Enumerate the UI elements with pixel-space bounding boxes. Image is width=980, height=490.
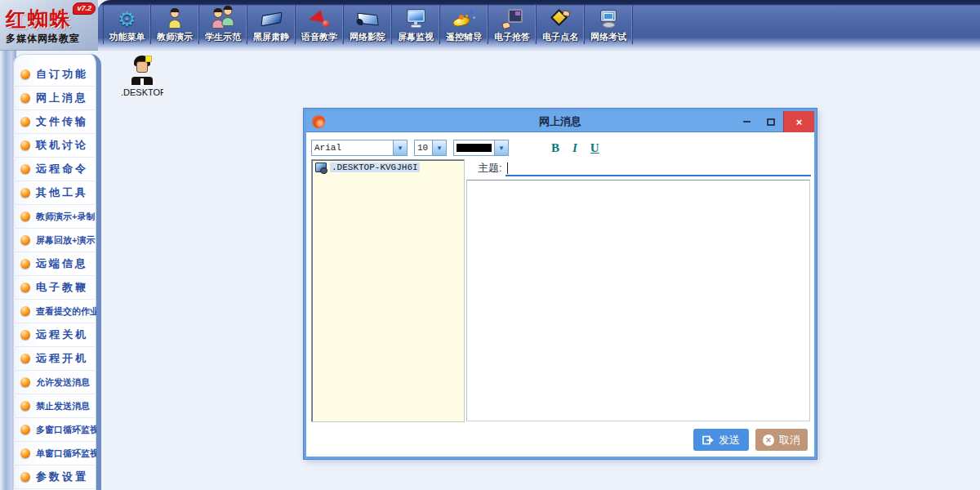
bullet-icon [20, 354, 30, 363]
bullet-icon [20, 401, 30, 411]
sidebar-item-parameter-settings[interactable]: 参数设置 [13, 466, 96, 489]
toolbar-button-remote-tutoring[interactable]: 遥控辅导 [440, 5, 488, 44]
dialog-titlebar[interactable]: 网上消息 × [306, 111, 814, 132]
subject-input[interactable] [506, 161, 811, 176]
maximize-icon [767, 118, 775, 126]
desktop-client-label: .DESKTOP [121, 87, 163, 97]
sidebar-item-remote-shutdown[interactable]: 远程关机 [13, 323, 96, 347]
app-logo: 红蜘蛛 v7.2 多媒体网络教室 [0, 0, 98, 51]
toolbar-button-quiz-buzzer[interactable]: 电子抢答 [488, 5, 537, 44]
quiz-buzzer-icon [498, 7, 526, 31]
sidebar-panel: 自订功能 网上消息 文件传输 联机讨论 远程命令 其他工具 教师演示+录制 屏幕… [13, 54, 101, 490]
sidebar-item-online-discussion[interactable]: 联机讨论 [13, 134, 96, 158]
toolbar-button-label: 电子点名 [542, 31, 578, 43]
font-family-select[interactable]: Arial ▼ [311, 140, 408, 156]
desktop-client-icon[interactable]: .DESKTOP [121, 56, 163, 97]
bullet-icon [20, 259, 30, 269]
bullet-icon [20, 472, 30, 482]
subject-label: 主题: [478, 161, 502, 176]
sidebar: 自订功能 网上消息 文件传输 联机讨论 远程命令 其他工具 教师演示+录制 屏幕… [0, 51, 101, 490]
sidebar-item-allow-messages[interactable]: 允许发送消息 [13, 371, 96, 394]
message-dialog: 网上消息 × Arial ▼ 10 ▼ ▼ B I U [304, 109, 817, 459]
sidebar-item-remote-command[interactable]: 远程命令 [13, 158, 96, 181]
toolbar-button-function-menu[interactable]: ⚙ 功能菜单 [103, 5, 151, 44]
minimize-icon [743, 121, 751, 122]
status-flag-icon [145, 56, 152, 62]
toolbar-button-roll-call[interactable]: 电子点名 [537, 5, 585, 44]
toolbar-button-voice-teaching[interactable]: 语音教学 [296, 5, 344, 44]
sidebar-item-screen-playback-demo[interactable]: 屏幕回放+演示 [13, 229, 96, 252]
sidebar-item-other-tools[interactable]: 其他工具 [13, 181, 96, 205]
cancel-icon: ✕ [763, 434, 774, 446]
bold-button[interactable]: B [551, 141, 559, 155]
toolbar-button-label: 网络影院 [350, 31, 385, 43]
sidebar-item-multi-window-monitor[interactable]: 多窗口循环监视 [13, 418, 96, 442]
monitor-icon [402, 7, 430, 31]
cancel-button[interactable]: ✕ 取消 [755, 429, 808, 451]
font-size-select[interactable]: 10 ▼ [414, 140, 447, 156]
toolbar-button-label: 网络考试 [590, 31, 626, 43]
students-icon [209, 7, 237, 31]
toolbar-button-teacher-demo[interactable]: 教师演示 [151, 5, 199, 44]
exam-icon [595, 7, 622, 31]
sidebar-item-view-submitted-homework[interactable]: 查看提交的作业 [13, 300, 96, 323]
top-toolbar: ⚙ 功能菜单 教师演示 学生示范 [0, 0, 980, 51]
send-icon [702, 434, 714, 446]
format-toolbar: Arial ▼ 10 ▼ ▼ B I U [311, 139, 606, 157]
remote-control-icon [450, 7, 478, 31]
bullet-icon [20, 117, 30, 127]
toolbar-button-screen-monitor[interactable]: 屏幕监视 [392, 5, 440, 44]
computer-icon [315, 163, 327, 172]
recipient-list[interactable]: .DESKTOP-KVGJH6I [311, 159, 465, 422]
maximize-button[interactable] [759, 111, 783, 132]
megaphone-icon [305, 7, 333, 31]
close-button[interactable]: × [783, 111, 814, 132]
minimize-button[interactable] [734, 111, 759, 132]
sidebar-item-online-messages[interactable]: 网上消息 [13, 87, 96, 110]
application-window: ⚙ 功能菜单 教师演示 学生示范 [0, 0, 980, 490]
sidebar-item-file-transfer[interactable]: 文件传输 [13, 110, 96, 134]
message-body-input[interactable] [466, 180, 810, 421]
send-button[interactable]: 发送 [693, 429, 749, 451]
sidebar-item-teacher-demo-record[interactable]: 教师演示+录制 [13, 205, 96, 229]
italic-button[interactable]: I [572, 141, 577, 155]
sidebar-item-remote-info[interactable]: 远端信息 [13, 252, 96, 276]
sidebar-item-remote-poweron[interactable]: 远程开机 [13, 347, 96, 371]
sidebar-item-custom-functions[interactable]: 自订功能 [13, 63, 96, 87]
toolbar-button-black-screen[interactable]: 黑屏肃静 [247, 5, 296, 44]
bullet-icon [20, 235, 30, 245]
app-logo-title: 红蜘蛛 [6, 6, 72, 33]
toolbar-button-network-exam[interactable]: 网络考试 [585, 5, 633, 44]
version-badge: v7.2 [73, 2, 96, 15]
toolbar-button-label: 屏幕监视 [398, 31, 434, 43]
black-screen-icon [257, 7, 285, 31]
font-size-value: 10 [415, 140, 432, 155]
roll-call-icon [546, 7, 574, 31]
toolbar-button-label: 学生示范 [205, 31, 241, 43]
recipient-item[interactable]: .DESKTOP-KVGJH6I [312, 160, 464, 175]
font-color-select[interactable]: ▼ [453, 140, 509, 156]
toolbar-button-label: 电子抢答 [494, 31, 530, 43]
send-button-label: 发送 [719, 433, 740, 448]
toolbar-button-network-cinema[interactable]: 网络影院 [344, 5, 392, 44]
recipient-name: .DESKTOP-KVGJH6I [330, 163, 420, 172]
sidebar-item-forbid-messages[interactable]: 禁止发送消息 [13, 394, 96, 418]
sidebar-item-single-window-monitor[interactable]: 单窗口循环监视 [13, 442, 96, 466]
chevron-down-icon[interactable]: ▼ [432, 140, 446, 155]
student-avatar-icon [130, 56, 154, 85]
bullet-icon [20, 448, 30, 458]
chevron-down-icon[interactable]: ▼ [494, 140, 508, 155]
toolbar-button-label: 功能菜单 [109, 31, 145, 43]
font-family-value: Arial [312, 140, 393, 155]
bullet-icon [20, 377, 30, 387]
bullet-icon [20, 140, 30, 150]
toolbar-button-label: 教师演示 [157, 31, 193, 43]
sidebar-item-electronic-pointer[interactable]: 电子教鞭 [13, 276, 96, 300]
underline-button[interactable]: U [590, 141, 599, 155]
bullet-icon [20, 164, 30, 174]
toolbar-button-label: 语音教学 [301, 31, 337, 43]
chevron-down-icon[interactable]: ▼ [393, 140, 407, 155]
toolbar-button-student-demo[interactable]: 学生示范 [199, 5, 247, 44]
close-icon: × [796, 116, 803, 128]
app-logo-subtitle: 多媒体网络教室 [6, 32, 80, 46]
